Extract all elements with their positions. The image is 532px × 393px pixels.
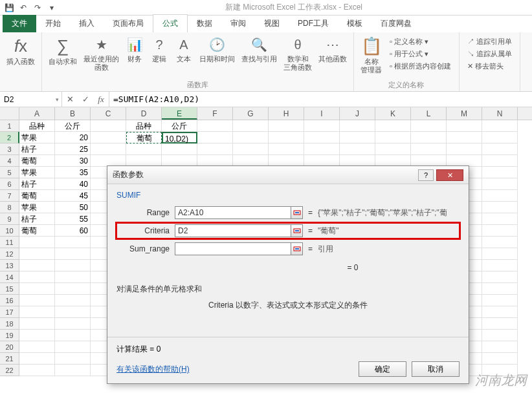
enter-formula-button[interactable]: ✓ bbox=[78, 94, 93, 104]
recent-functions-button[interactable]: ★最近使用的 函数 bbox=[81, 34, 122, 73]
row-header[interactable]: 20 bbox=[0, 341, 19, 353]
function-help-link[interactable]: 有关该函数的帮助(H) bbox=[116, 365, 190, 374]
row-header[interactable]: 13 bbox=[0, 260, 19, 271]
formula-input[interactable]: =SUMIF(A2:A10,D2) bbox=[109, 92, 532, 107]
cell[interactable]: 品种 bbox=[19, 120, 55, 132]
cell[interactable] bbox=[55, 330, 91, 341]
cell[interactable] bbox=[375, 132, 411, 143]
cell[interactable] bbox=[91, 120, 126, 132]
col-header[interactable]: A bbox=[19, 107, 55, 120]
cell[interactable] bbox=[482, 167, 518, 178]
cell[interactable] bbox=[304, 143, 340, 155]
cell[interactable]: 桔子 bbox=[19, 213, 55, 225]
cell[interactable] bbox=[447, 143, 482, 155]
fx-button[interactable]: fx bbox=[93, 94, 109, 105]
cell[interactable] bbox=[19, 318, 55, 330]
tab-template[interactable]: 模板 bbox=[338, 15, 371, 32]
cell[interactable]: 45 bbox=[55, 190, 91, 202]
cell[interactable] bbox=[482, 365, 518, 376]
row-header[interactable]: 21 bbox=[0, 353, 19, 365]
tab-pdf[interactable]: PDF工具 bbox=[289, 15, 338, 32]
row-header[interactable]: 14 bbox=[0, 271, 19, 283]
cell[interactable] bbox=[375, 143, 411, 155]
row-header[interactable]: 16 bbox=[0, 295, 19, 306]
cell[interactable] bbox=[55, 295, 91, 306]
cell[interactable] bbox=[482, 248, 518, 260]
insert-function-button[interactable]: fx 插入函数 bbox=[4, 34, 38, 67]
financial-button[interactable]: 📊财务 bbox=[123, 34, 146, 73]
cell[interactable]: 30 bbox=[55, 155, 91, 167]
cell[interactable] bbox=[340, 120, 375, 132]
row-header[interactable]: 7 bbox=[0, 190, 19, 202]
cell[interactable] bbox=[55, 237, 91, 248]
collapse-dialog-icon[interactable] bbox=[291, 242, 303, 255]
cell[interactable] bbox=[55, 365, 91, 376]
row-header[interactable]: 9 bbox=[0, 213, 19, 225]
cell[interactable] bbox=[197, 143, 233, 155]
cell[interactable] bbox=[91, 143, 126, 155]
cell[interactable]: 35 bbox=[55, 167, 91, 178]
tab-home[interactable]: 开始 bbox=[36, 15, 70, 32]
cell[interactable] bbox=[269, 132, 304, 143]
cell[interactable] bbox=[55, 341, 91, 353]
lookup-button[interactable]: 🔍查找与引用 bbox=[239, 34, 280, 73]
name-box[interactable]: D2 bbox=[0, 92, 62, 107]
cell[interactable] bbox=[19, 248, 55, 260]
cell[interactable] bbox=[19, 295, 55, 306]
tab-layout[interactable]: 页面布局 bbox=[104, 15, 153, 32]
remove-arrows-button[interactable]: ✕ 移去箭头 bbox=[467, 61, 512, 71]
cell[interactable] bbox=[482, 120, 518, 132]
cancel-formula-button[interactable]: ✕ bbox=[62, 94, 78, 104]
cell[interactable] bbox=[55, 353, 91, 365]
logical-button[interactable]: ?逻辑 bbox=[148, 34, 171, 73]
cell[interactable] bbox=[411, 132, 447, 143]
row-header[interactable]: 19 bbox=[0, 330, 19, 341]
cell[interactable] bbox=[19, 306, 55, 318]
cell[interactable] bbox=[482, 155, 518, 167]
trace-dependents-button[interactable]: ↘ 追踪从属单 bbox=[467, 49, 512, 59]
cell[interactable]: 苹果 bbox=[19, 202, 55, 213]
cell[interactable] bbox=[19, 283, 55, 295]
cell[interactable] bbox=[304, 132, 340, 143]
name-manager-button[interactable]: 📋名称 管理器 bbox=[358, 34, 384, 76]
cell[interactable] bbox=[482, 306, 518, 318]
cell[interactable] bbox=[482, 260, 518, 271]
cell[interactable] bbox=[19, 237, 55, 248]
row-header[interactable]: 8 bbox=[0, 202, 19, 213]
cell[interactable]: 苹果 bbox=[19, 167, 55, 178]
row-header[interactable]: 4 bbox=[0, 155, 19, 167]
cell[interactable] bbox=[411, 120, 447, 132]
col-header[interactable]: E bbox=[162, 107, 197, 120]
range-input[interactable]: A2:A10 bbox=[175, 206, 291, 219]
cell[interactable] bbox=[91, 132, 126, 143]
col-header[interactable]: C bbox=[91, 107, 126, 120]
col-header[interactable]: D bbox=[126, 107, 162, 120]
cell[interactable] bbox=[304, 120, 340, 132]
cell[interactable] bbox=[340, 143, 375, 155]
text-button[interactable]: A文本 bbox=[172, 34, 195, 73]
col-header[interactable]: I bbox=[304, 107, 340, 120]
create-from-selection-button[interactable]: ▫ 根据所选内容创建 bbox=[390, 61, 451, 71]
cell[interactable] bbox=[482, 318, 518, 330]
cell[interactable] bbox=[482, 271, 518, 283]
cell[interactable] bbox=[482, 225, 518, 237]
cell[interactable]: 25 bbox=[55, 143, 91, 155]
col-header[interactable]: B bbox=[55, 107, 91, 120]
qat-dropdown-icon[interactable]: ▾ bbox=[45, 2, 58, 14]
help-button[interactable]: ? bbox=[418, 169, 434, 181]
row-header[interactable]: 2 bbox=[0, 132, 19, 143]
col-header[interactable]: N bbox=[482, 107, 518, 120]
math-button[interactable]: θ数学和 三角函数 bbox=[281, 34, 315, 73]
cell[interactable] bbox=[447, 120, 482, 132]
ok-button[interactable]: 确定 bbox=[359, 361, 406, 377]
cell[interactable] bbox=[482, 353, 518, 365]
cell[interactable] bbox=[482, 202, 518, 213]
cell[interactable] bbox=[19, 353, 55, 365]
cell[interactable] bbox=[482, 132, 518, 143]
cell[interactable]: 公斤 bbox=[162, 120, 197, 132]
cell[interactable]: 葡萄 bbox=[19, 155, 55, 167]
cancel-button[interactable]: 取消 bbox=[412, 361, 460, 377]
col-header[interactable]: K bbox=[375, 107, 411, 120]
dialog-titlebar[interactable]: 函数参数 ? ✕ bbox=[107, 166, 469, 184]
col-header[interactable]: H bbox=[269, 107, 304, 120]
